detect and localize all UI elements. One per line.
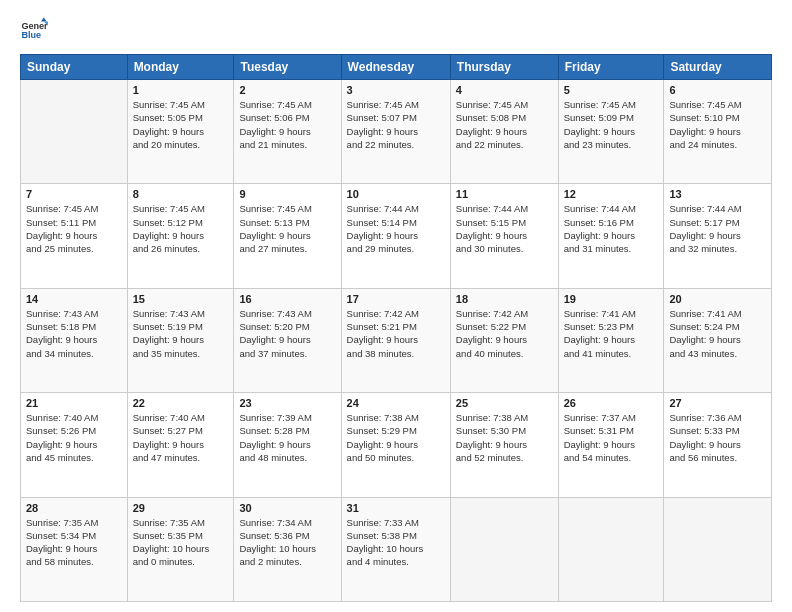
calendar-cell: 12Sunrise: 7:44 AM Sunset: 5:16 PM Dayli… [558,184,664,288]
calendar-cell: 7Sunrise: 7:45 AM Sunset: 5:11 PM Daylig… [21,184,128,288]
day-number: 2 [239,84,335,96]
calendar-cell: 25Sunrise: 7:38 AM Sunset: 5:30 PM Dayli… [450,393,558,497]
calendar-cell [558,497,664,601]
day-detail: Sunrise: 7:40 AM Sunset: 5:27 PM Dayligh… [133,411,229,464]
day-detail: Sunrise: 7:43 AM Sunset: 5:20 PM Dayligh… [239,307,335,360]
calendar-cell: 27Sunrise: 7:36 AM Sunset: 5:33 PM Dayli… [664,393,772,497]
day-number: 15 [133,293,229,305]
day-detail: Sunrise: 7:33 AM Sunset: 5:38 PM Dayligh… [347,516,445,569]
day-detail: Sunrise: 7:44 AM Sunset: 5:17 PM Dayligh… [669,202,766,255]
day-number: 20 [669,293,766,305]
weekday-header-friday: Friday [558,55,664,80]
calendar-table: SundayMondayTuesdayWednesdayThursdayFrid… [20,54,772,602]
day-detail: Sunrise: 7:38 AM Sunset: 5:29 PM Dayligh… [347,411,445,464]
day-detail: Sunrise: 7:34 AM Sunset: 5:36 PM Dayligh… [239,516,335,569]
day-detail: Sunrise: 7:45 AM Sunset: 5:07 PM Dayligh… [347,98,445,151]
day-number: 6 [669,84,766,96]
day-detail: Sunrise: 7:45 AM Sunset: 5:06 PM Dayligh… [239,98,335,151]
calendar-cell: 5Sunrise: 7:45 AM Sunset: 5:09 PM Daylig… [558,80,664,184]
day-detail: Sunrise: 7:43 AM Sunset: 5:18 PM Dayligh… [26,307,122,360]
day-detail: Sunrise: 7:44 AM Sunset: 5:15 PM Dayligh… [456,202,553,255]
calendar-cell: 30Sunrise: 7:34 AM Sunset: 5:36 PM Dayli… [234,497,341,601]
calendar-cell: 9Sunrise: 7:45 AM Sunset: 5:13 PM Daylig… [234,184,341,288]
calendar-cell: 6Sunrise: 7:45 AM Sunset: 5:10 PM Daylig… [664,80,772,184]
day-number: 18 [456,293,553,305]
day-number: 19 [564,293,659,305]
calendar-cell: 1Sunrise: 7:45 AM Sunset: 5:05 PM Daylig… [127,80,234,184]
day-number: 27 [669,397,766,409]
calendar-cell: 16Sunrise: 7:43 AM Sunset: 5:20 PM Dayli… [234,288,341,392]
day-detail: Sunrise: 7:35 AM Sunset: 5:35 PM Dayligh… [133,516,229,569]
weekday-header-thursday: Thursday [450,55,558,80]
svg-text:Blue: Blue [21,30,41,40]
day-number: 8 [133,188,229,200]
calendar-cell: 10Sunrise: 7:44 AM Sunset: 5:14 PM Dayli… [341,184,450,288]
day-detail: Sunrise: 7:41 AM Sunset: 5:23 PM Dayligh… [564,307,659,360]
day-number: 30 [239,502,335,514]
calendar-header: SundayMondayTuesdayWednesdayThursdayFrid… [21,55,772,80]
day-number: 1 [133,84,229,96]
day-detail: Sunrise: 7:45 AM Sunset: 5:09 PM Dayligh… [564,98,659,151]
weekday-header-wednesday: Wednesday [341,55,450,80]
day-number: 31 [347,502,445,514]
calendar-cell: 26Sunrise: 7:37 AM Sunset: 5:31 PM Dayli… [558,393,664,497]
day-number: 23 [239,397,335,409]
svg-marker-2 [41,17,47,21]
day-detail: Sunrise: 7:45 AM Sunset: 5:05 PM Dayligh… [133,98,229,151]
day-detail: Sunrise: 7:41 AM Sunset: 5:24 PM Dayligh… [669,307,766,360]
day-detail: Sunrise: 7:36 AM Sunset: 5:33 PM Dayligh… [669,411,766,464]
calendar-cell: 24Sunrise: 7:38 AM Sunset: 5:29 PM Dayli… [341,393,450,497]
weekday-header-monday: Monday [127,55,234,80]
day-detail: Sunrise: 7:45 AM Sunset: 5:11 PM Dayligh… [26,202,122,255]
day-number: 11 [456,188,553,200]
calendar-cell: 2Sunrise: 7:45 AM Sunset: 5:06 PM Daylig… [234,80,341,184]
day-number: 7 [26,188,122,200]
day-detail: Sunrise: 7:45 AM Sunset: 5:08 PM Dayligh… [456,98,553,151]
calendar-cell: 29Sunrise: 7:35 AM Sunset: 5:35 PM Dayli… [127,497,234,601]
calendar-cell: 15Sunrise: 7:43 AM Sunset: 5:19 PM Dayli… [127,288,234,392]
calendar-cell: 13Sunrise: 7:44 AM Sunset: 5:17 PM Dayli… [664,184,772,288]
day-number: 5 [564,84,659,96]
day-number: 12 [564,188,659,200]
day-number: 10 [347,188,445,200]
calendar-cell: 11Sunrise: 7:44 AM Sunset: 5:15 PM Dayli… [450,184,558,288]
day-detail: Sunrise: 7:42 AM Sunset: 5:21 PM Dayligh… [347,307,445,360]
day-detail: Sunrise: 7:39 AM Sunset: 5:28 PM Dayligh… [239,411,335,464]
calendar-cell: 23Sunrise: 7:39 AM Sunset: 5:28 PM Dayli… [234,393,341,497]
day-number: 25 [456,397,553,409]
logo: General Blue [20,16,52,44]
calendar-cell: 22Sunrise: 7:40 AM Sunset: 5:27 PM Dayli… [127,393,234,497]
day-detail: Sunrise: 7:38 AM Sunset: 5:30 PM Dayligh… [456,411,553,464]
day-number: 14 [26,293,122,305]
calendar-cell: 4Sunrise: 7:45 AM Sunset: 5:08 PM Daylig… [450,80,558,184]
day-number: 22 [133,397,229,409]
calendar-cell [21,80,128,184]
calendar-cell: 21Sunrise: 7:40 AM Sunset: 5:26 PM Dayli… [21,393,128,497]
calendar-cell: 31Sunrise: 7:33 AM Sunset: 5:38 PM Dayli… [341,497,450,601]
calendar-cell: 8Sunrise: 7:45 AM Sunset: 5:12 PM Daylig… [127,184,234,288]
day-number: 28 [26,502,122,514]
day-detail: Sunrise: 7:37 AM Sunset: 5:31 PM Dayligh… [564,411,659,464]
day-detail: Sunrise: 7:42 AM Sunset: 5:22 PM Dayligh… [456,307,553,360]
calendar-cell: 28Sunrise: 7:35 AM Sunset: 5:34 PM Dayli… [21,497,128,601]
day-number: 17 [347,293,445,305]
weekday-header-sunday: Sunday [21,55,128,80]
logo-icon: General Blue [20,16,48,44]
day-number: 9 [239,188,335,200]
day-detail: Sunrise: 7:40 AM Sunset: 5:26 PM Dayligh… [26,411,122,464]
weekday-header-saturday: Saturday [664,55,772,80]
day-detail: Sunrise: 7:45 AM Sunset: 5:12 PM Dayligh… [133,202,229,255]
calendar-cell: 3Sunrise: 7:45 AM Sunset: 5:07 PM Daylig… [341,80,450,184]
calendar-cell: 19Sunrise: 7:41 AM Sunset: 5:23 PM Dayli… [558,288,664,392]
day-detail: Sunrise: 7:44 AM Sunset: 5:14 PM Dayligh… [347,202,445,255]
day-number: 13 [669,188,766,200]
svg-text:General: General [21,21,48,31]
day-number: 3 [347,84,445,96]
day-number: 16 [239,293,335,305]
day-number: 29 [133,502,229,514]
calendar-cell: 20Sunrise: 7:41 AM Sunset: 5:24 PM Dayli… [664,288,772,392]
page-header: General Blue [20,16,772,44]
day-number: 26 [564,397,659,409]
day-number: 21 [26,397,122,409]
day-detail: Sunrise: 7:45 AM Sunset: 5:13 PM Dayligh… [239,202,335,255]
